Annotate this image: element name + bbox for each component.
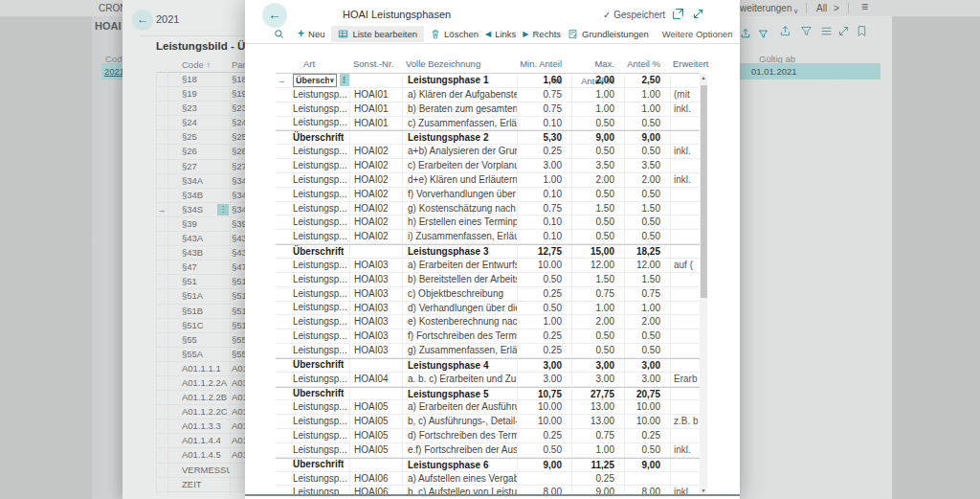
cell-code[interactable]: A01.1.4.5⋮	[167, 448, 230, 462]
cell-min-anteil[interactable]: 10.00	[517, 259, 571, 272]
table-row[interactable]: Leistungsp... Überschri∨ ⋮ HOAI06 a) Auf…	[276, 472, 700, 487]
cell-volle-bezeichnung[interactable]: a) Erarbeiten der Ausführung...	[402, 400, 517, 414]
cell-sonst-nr[interactable]: HOAI01	[349, 117, 402, 130]
cell-min-anteil[interactable]: 3,00	[517, 359, 571, 372]
cell-volle-bezeichnung[interactable]: e) Kostenberechnung nach D...	[402, 315, 517, 329]
search-icon[interactable]	[274, 29, 284, 39]
cell-min-anteil[interactable]: 0.10	[517, 215, 571, 229]
cell-art[interactable]: Leistungsp... Überschri∨ ⋮	[287, 273, 349, 286]
cell-art[interactable]: Leistungsp... Überschri∨ ⋮	[287, 259, 349, 272]
cell-volle-bezeichnung[interactable]: f) Vorverhandlungen über di...	[402, 188, 517, 201]
cell-anteil[interactable]: 0.50	[624, 215, 670, 229]
cell-sonst-nr[interactable]	[349, 459, 402, 471]
cell-max-anteil[interactable]: 1.50	[571, 202, 624, 215]
cell-min-anteil[interactable]: 10,75	[517, 388, 571, 400]
cell-max-anteil[interactable]: 2.00	[571, 173, 624, 187]
cell-max-anteil[interactable]: 0.50	[571, 344, 624, 357]
row-context-menu[interactable]: ⋮	[340, 74, 349, 86]
cell-code[interactable]: §51C⋮	[167, 319, 230, 332]
cell-art[interactable]: Leistungsp... Überschri∨ ⋮	[287, 188, 349, 201]
cell-art[interactable]: Überschrift Überschri∨ ⋮	[287, 359, 349, 372]
cell-sonst-nr[interactable]: HOAI01	[349, 102, 402, 116]
cell-anteil[interactable]: 0.50	[624, 344, 670, 357]
cell-min-anteil[interactable]: 3.00	[517, 159, 571, 172]
cell-code[interactable]: A01.1.4.4⋮	[167, 434, 230, 447]
cell-anteil[interactable]	[624, 472, 670, 486]
cell-code[interactable]: A01.1.3.3⋮	[167, 420, 230, 433]
cell-sonst-nr[interactable]: HOAI02	[349, 173, 402, 187]
cell-volle-bezeichnung[interactable]: i) Zusammenfassen, Erläutern...	[402, 230, 517, 243]
cell-volle-bezeichnung[interactable]: a) Erarbeiten der Entwurfspla...	[402, 259, 517, 272]
expand-icon[interactable]	[692, 8, 704, 20]
cell-max-anteil[interactable]: 3.50	[571, 159, 624, 172]
cell-sonst-nr[interactable]: HOAI05	[349, 429, 402, 442]
cell-anteil[interactable]: 1.00	[624, 302, 670, 315]
nav-all[interactable]: All	[816, 2, 827, 14]
filter-icon[interactable]	[800, 25, 813, 37]
cell-art[interactable]: Leistungsp... Überschri∨ ⋮	[287, 202, 349, 215]
cell-volle-bezeichnung[interactable]: d+e) Klären und Erläutern de...	[402, 173, 517, 187]
table-row[interactable]: Leistungsp... Überschri∨ ⋮ HOAI05 e.f) F…	[276, 443, 700, 458]
cell-art[interactable]: Überschrift Überschri∨ ⋮	[287, 245, 349, 258]
cell-code[interactable]: ZEIT⋮	[167, 478, 230, 491]
cell-volle-bezeichnung[interactable]: f) Fortschreiben des Terminpl...	[402, 329, 517, 343]
cell-volle-bezeichnung[interactable]: g) Zusammenfassen, Erläuter...	[402, 344, 517, 357]
cell-sonst-nr[interactable]: HOAI03	[349, 259, 402, 272]
cell-max-anteil[interactable]: 0.50	[571, 329, 624, 343]
cell-min-anteil[interactable]: 0.25	[517, 429, 571, 442]
bookmark-icon[interactable]	[856, 25, 868, 37]
table-row[interactable]: Leistungsp... Überschri∨ ⋮ HOAI02 g) Kos…	[276, 202, 700, 216]
table-row[interactable]: Überschrift Überschri∨ ⋮ Leistungsphase …	[276, 130, 700, 145]
links-button[interactable]: ◀ Links	[485, 29, 516, 39]
cell-anteil[interactable]: 0.50	[624, 117, 670, 130]
cell-code[interactable]: §24⋮	[167, 116, 230, 129]
cell-anteil[interactable]: 0.50	[624, 443, 670, 457]
cell-erweitert[interactable]	[670, 202, 700, 215]
cell-min-anteil[interactable]: 0.10	[517, 117, 571, 130]
table-row[interactable]: Überschrift Überschri∨ ⋮ Leistungsphase …	[276, 358, 700, 373]
list-icon[interactable]	[820, 25, 833, 37]
cell-min-anteil[interactable]: 3.00	[517, 373, 571, 386]
cell-volle-bezeichnung[interactable]: Leistungsphase 6	[402, 459, 517, 471]
cell-sonst-nr[interactable]: HOAI03	[349, 273, 402, 286]
table-row[interactable]: Leistungsp... Überschri∨ ⋮ HOAI01 a) Klä…	[276, 88, 700, 102]
cell-anteil[interactable]: 0.75	[624, 287, 670, 301]
cell-volle-bezeichnung[interactable]: e.f) Fortschreiben der Ausfüh...	[402, 443, 517, 457]
cell-anteil[interactable]: 9,00	[624, 131, 670, 144]
cell-sonst-nr[interactable]: HOAI03	[349, 315, 402, 329]
cell-code[interactable]: §39⋮	[167, 217, 230, 231]
table-row[interactable]: Leistungsp... Überschri∨ ⋮ HOAI05 d) For…	[276, 429, 700, 443]
cell-min-anteil[interactable]: 0.75	[517, 88, 571, 102]
cell-erweitert[interactable]: auf (	[670, 259, 700, 272]
cell-erweitert[interactable]	[670, 131, 700, 144]
row-context-menu[interactable]: ⋮	[217, 204, 229, 215]
cell-code[interactable]: §55⋮	[167, 333, 230, 347]
cell-erweitert[interactable]	[670, 273, 700, 286]
cell-sonst-nr[interactable]: HOAI06	[349, 472, 402, 486]
cell-volle-bezeichnung[interactable]: a) Klären der Aufgabenstellu...	[402, 88, 517, 102]
cell-volle-bezeichnung[interactable]: d) Fortschreiben des Terminp...	[402, 429, 517, 442]
table-row[interactable]: Leistungsp... Überschri∨ ⋮ HOAI04 a. b. …	[276, 373, 700, 387]
cell-sonst-nr[interactable]: HOAI03	[349, 329, 402, 343]
cell-max-anteil[interactable]: 0.75	[571, 429, 624, 442]
cell-min-anteil[interactable]: 0.25	[517, 329, 571, 343]
cell-sonst-nr[interactable]: HOAI02	[349, 188, 402, 201]
cell-sonst-nr[interactable]: HOAI01	[349, 88, 402, 102]
cell-volle-bezeichnung[interactable]: c) Zusammenfassen, Erläuter...	[402, 117, 517, 130]
cell-art[interactable]: Leistungsp... Überschri∨ ⋮	[287, 145, 349, 158]
cell-code[interactable]: A01.1.2.2C⋮	[167, 405, 230, 419]
cell-anteil[interactable]: 12.00	[624, 259, 670, 272]
cell-erweitert[interactable]	[670, 344, 700, 357]
cell-anteil[interactable]: 2.00	[624, 315, 670, 329]
cell-erweitert[interactable]	[670, 359, 700, 372]
cell-art[interactable]: Leistungsp... Überschri∨ ⋮	[287, 315, 349, 329]
cell-max-anteil[interactable]: 0.75	[571, 287, 624, 301]
cell-code[interactable]: §27⋮	[167, 160, 230, 173]
cell-anteil[interactable]: 9,00	[624, 459, 670, 471]
cell-min-anteil[interactable]: 10.00	[517, 415, 571, 428]
cell-max-anteil[interactable]: 0.50	[571, 230, 624, 243]
cell-min-anteil[interactable]: 0.10	[517, 188, 571, 201]
cell-code[interactable]: §34B⋮	[167, 189, 230, 202]
cell-art[interactable]: Leistungsp... Überschri∨ ⋮	[287, 443, 349, 457]
delete-button[interactable]: Löschen	[431, 29, 479, 39]
